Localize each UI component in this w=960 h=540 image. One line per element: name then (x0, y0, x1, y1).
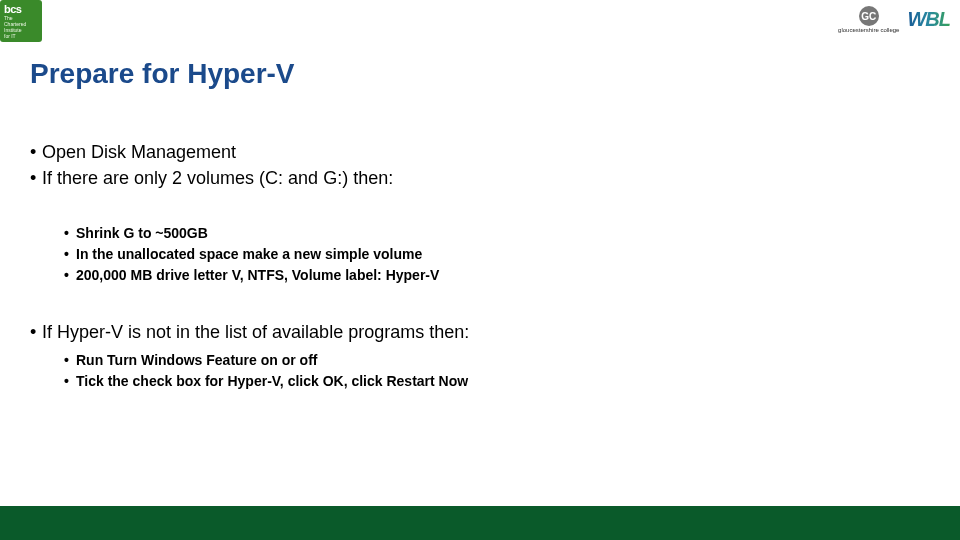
bullet-text: If Hyper-V is not in the list of availab… (42, 322, 469, 342)
bullet-two-volumes: •If there are only 2 volumes (C: and G:)… (30, 166, 920, 190)
slide-body: •Open Disk Management •If there are only… (30, 140, 920, 392)
sub-bullet-shrink: •Shrink G to ~500GB (64, 223, 920, 244)
sub-bullet-volume-spec: •200,000 MB drive letter V, NTFS, Volume… (64, 265, 920, 286)
sub-bullet-tick-restart: •Tick the check box for Hyper-V, click O… (64, 371, 920, 392)
bullet-text: Tick the check box for Hyper-V, click OK… (76, 373, 468, 389)
footer-bar (0, 506, 960, 540)
gc-logo-text: gloucestershire college (838, 27, 899, 33)
slide-title: Prepare for Hyper-V (30, 58, 295, 90)
bullet-icon: • (30, 320, 42, 344)
bcs-logo-sub4: for IT (0, 33, 42, 39)
sub-bullets-volumes: •Shrink G to ~500GB •In the unallocated … (64, 223, 920, 286)
bullet-icon: • (64, 265, 76, 286)
bcs-logo-text: bcs (0, 0, 42, 15)
sub-bullets-features: •Run Turn Windows Feature on or off •Tic… (64, 350, 920, 392)
bullet-text: Shrink G to ~500GB (76, 225, 208, 241)
sub-bullet-windows-feature: •Run Turn Windows Feature on or off (64, 350, 920, 371)
bullet-icon: • (64, 223, 76, 244)
bullet-icon: • (30, 166, 42, 190)
bullet-hyperv-missing: •If Hyper-V is not in the list of availa… (30, 320, 920, 344)
bullet-icon: • (30, 140, 42, 164)
wbl-logo: WBL (907, 8, 950, 31)
gc-logo: GC gloucestershire college (838, 6, 899, 33)
bullet-icon: • (64, 350, 76, 371)
bullet-icon: • (64, 371, 76, 392)
bullet-icon: • (64, 244, 76, 265)
sub-bullet-new-volume: •In the unallocated space make a new sim… (64, 244, 920, 265)
bcs-logo: bcs The Chartered Institute for IT (0, 0, 42, 42)
bullet-text: If there are only 2 volumes (C: and G:) … (42, 168, 393, 188)
bullet-text: In the unallocated space make a new simp… (76, 246, 422, 262)
bullet-text: Run Turn Windows Feature on or off (76, 352, 317, 368)
gc-logo-circle: GC (859, 6, 879, 26)
header-logos-right: GC gloucestershire college WBL (838, 6, 950, 33)
bullet-open-disk-management: •Open Disk Management (30, 140, 920, 164)
bullet-text: Open Disk Management (42, 142, 236, 162)
bullet-text: 200,000 MB drive letter V, NTFS, Volume … (76, 267, 439, 283)
